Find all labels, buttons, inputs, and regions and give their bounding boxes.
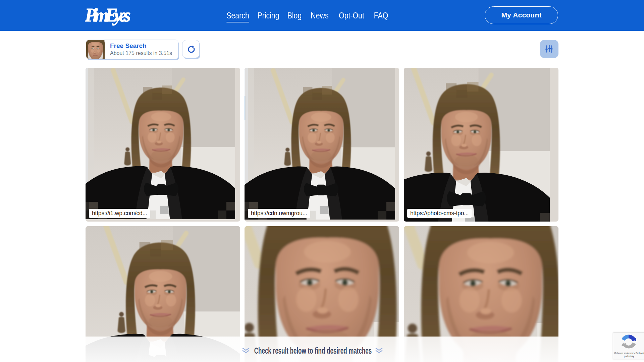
svg-text:PimEyes: PimEyes: [85, 5, 131, 25]
